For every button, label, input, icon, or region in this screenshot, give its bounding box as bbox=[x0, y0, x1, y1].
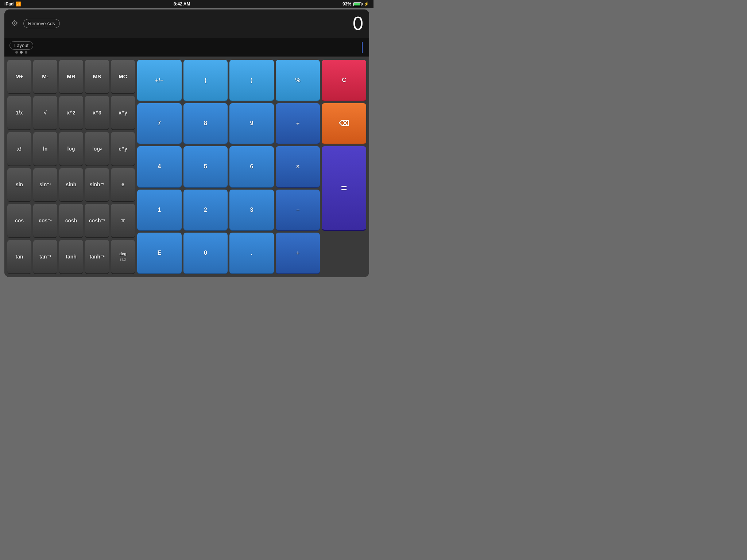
clear-button[interactable]: C bbox=[322, 60, 366, 101]
arccos-button[interactable]: cos⁻¹ bbox=[33, 204, 57, 238]
equals-button[interactable]: = bbox=[322, 146, 366, 231]
charging-icon: ⚡ bbox=[364, 1, 369, 7]
remove-ads-button[interactable]: Remove Ads bbox=[23, 19, 60, 28]
three-button[interactable]: 3 bbox=[229, 190, 274, 231]
pi-button[interactable]: π bbox=[111, 204, 135, 238]
log-button[interactable]: log bbox=[59, 132, 83, 166]
cube-button[interactable]: x^3 bbox=[85, 96, 109, 130]
six-button[interactable]: 6 bbox=[229, 146, 274, 188]
backspace-button[interactable]: ⌫ bbox=[322, 103, 366, 145]
four-button[interactable]: 4 bbox=[137, 146, 182, 188]
dot-3 bbox=[25, 51, 27, 54]
percent-button[interactable]: % bbox=[276, 60, 320, 101]
open-paren-button[interactable]: ( bbox=[183, 60, 228, 101]
sin-button[interactable]: sin bbox=[7, 168, 31, 202]
xpowy-button[interactable]: x^y bbox=[111, 96, 135, 130]
top-section: ⚙ Remove Ads 0 bbox=[4, 9, 369, 38]
m-plus-button[interactable]: M+ bbox=[7, 60, 31, 94]
display-value: 0 bbox=[352, 12, 364, 34]
seven-button[interactable]: 7 bbox=[137, 103, 182, 145]
secondary-bar: Layout bbox=[4, 38, 369, 57]
dot-1 bbox=[15, 51, 18, 54]
dot-2 bbox=[20, 51, 23, 54]
page-dots bbox=[15, 51, 27, 54]
epowy-button[interactable]: e^y bbox=[111, 132, 135, 166]
close-paren-button[interactable]: ) bbox=[229, 60, 274, 101]
cos-button[interactable]: cos bbox=[7, 204, 31, 238]
battery-percent: 93% bbox=[342, 1, 351, 7]
sqrt-button[interactable]: √ bbox=[33, 96, 57, 130]
zero-button[interactable]: 0 bbox=[183, 233, 228, 274]
minus-button[interactable]: − bbox=[276, 190, 320, 231]
calculator: ⚙ Remove Ads 0 Layout M+ M- MR MS bbox=[4, 9, 369, 277]
factorial-button[interactable]: x! bbox=[7, 132, 31, 166]
ms-button[interactable]: MS bbox=[85, 60, 109, 94]
backspace-icon: ⌫ bbox=[339, 119, 349, 128]
divide-button[interactable]: ÷ bbox=[276, 103, 320, 145]
square-button[interactable]: x^2 bbox=[59, 96, 83, 130]
battery-icon bbox=[353, 2, 361, 6]
time-display: 8:42 AM bbox=[174, 1, 190, 7]
tan-button[interactable]: tan bbox=[7, 240, 31, 274]
scientific-panel: M+ M- MR MS MC 1/x √ x^2 x^3 x^y x! ln l… bbox=[7, 60, 135, 274]
exponent-button[interactable]: E bbox=[137, 233, 182, 274]
wifi-icon: 📶 bbox=[16, 1, 21, 7]
cursor bbox=[362, 42, 363, 53]
e-constant-button[interactable]: e bbox=[111, 168, 135, 202]
gear-icon: ⚙ bbox=[11, 19, 18, 28]
reciprocal-button[interactable]: 1/x bbox=[7, 96, 31, 130]
settings-button[interactable]: ⚙ bbox=[9, 17, 20, 30]
nine-button[interactable]: 9 bbox=[229, 103, 274, 145]
status-bar: iPad 📶 8:42 AM 93% ⚡ bbox=[0, 0, 374, 8]
numeric-panel: +/− ( ) % C 7 8 9 ÷ ⌫ 4 5 6 × = 1 2 3 bbox=[137, 60, 366, 274]
plus-minus-button[interactable]: +/− bbox=[137, 60, 182, 101]
mc-button[interactable]: MC bbox=[111, 60, 135, 94]
multiply-button[interactable]: × bbox=[276, 146, 320, 188]
device-label: iPad bbox=[4, 1, 13, 7]
arccosh-button[interactable]: cosh⁻¹ bbox=[85, 204, 109, 238]
sinh-button[interactable]: sinh bbox=[59, 168, 83, 202]
two-button[interactable]: 2 bbox=[183, 190, 228, 231]
ln-button[interactable]: ln bbox=[33, 132, 57, 166]
arcsin-button[interactable]: sin⁻¹ bbox=[33, 168, 57, 202]
log2-button[interactable]: log2 bbox=[85, 132, 109, 166]
keypad-area: M+ M- MR MS MC 1/x √ x^2 x^3 x^y x! ln l… bbox=[4, 57, 369, 277]
layout-button[interactable]: Layout bbox=[9, 41, 33, 50]
decimal-button[interactable]: . bbox=[229, 233, 274, 274]
arctanh-button[interactable]: tanh⁻¹ bbox=[85, 240, 109, 274]
tanh-button[interactable]: tanh bbox=[59, 240, 83, 274]
mr-button[interactable]: MR bbox=[59, 60, 83, 94]
eight-button[interactable]: 8 bbox=[183, 103, 228, 145]
one-button[interactable]: 1 bbox=[137, 190, 182, 231]
five-button[interactable]: 5 bbox=[183, 146, 228, 188]
cosh-button[interactable]: cosh bbox=[59, 204, 83, 238]
deg-rad-button[interactable]: deg rad bbox=[111, 240, 135, 274]
m-minus-button[interactable]: M- bbox=[33, 60, 57, 94]
arcsinh-button[interactable]: sinh⁻¹ bbox=[85, 168, 109, 202]
plus-button[interactable]: + bbox=[276, 233, 320, 274]
arctan-button[interactable]: tan⁻¹ bbox=[33, 240, 57, 274]
